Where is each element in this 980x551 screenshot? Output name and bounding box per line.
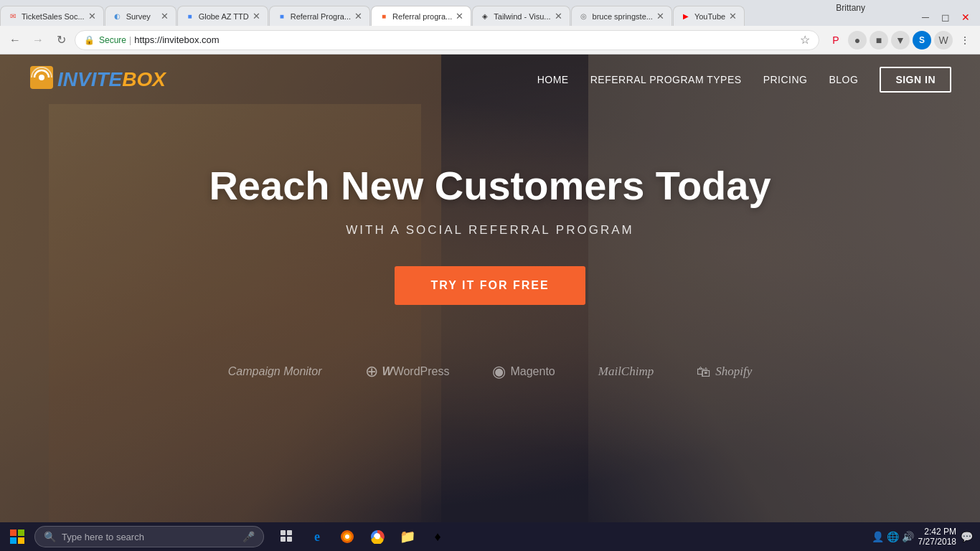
sign-in-button[interactable]: SIGN IN bbox=[880, 67, 951, 93]
shopify-icon: 🛍 bbox=[697, 364, 711, 380]
svg-point-1 bbox=[39, 75, 44, 80]
refresh-button[interactable]: ↻ bbox=[52, 31, 70, 50]
svg-rect-8 bbox=[281, 537, 286, 542]
forward-button[interactable]: → bbox=[29, 31, 47, 50]
tab-bar-tabs: ✉ TicketSales Soc... ✕ ◐ Survey ✕ ■ Glob… bbox=[0, 6, 917, 26]
edge-app[interactable]: e bbox=[303, 524, 331, 550]
tab-label-5: Referral progra... bbox=[392, 12, 452, 21]
tab-label-3: Globe AZ TTD bbox=[199, 12, 249, 21]
nav-home[interactable]: HOME bbox=[537, 74, 569, 85]
tab-favicon-2: ◐ bbox=[113, 11, 123, 22]
tab-4[interactable]: ■ Referral Progra... ✕ bbox=[269, 6, 370, 26]
ext-icon-1[interactable]: ● bbox=[848, 31, 867, 50]
tab-label-4: Referral Progra... bbox=[291, 12, 351, 21]
tab-close-6[interactable]: ✕ bbox=[551, 11, 562, 22]
logo[interactable]: INVITE BOX bbox=[29, 65, 166, 95]
app6[interactable]: ♦ bbox=[423, 524, 452, 550]
clock-date: 7/27/2018 bbox=[918, 537, 956, 547]
tab-6[interactable]: ◈ Tailwind - Visu... ✕ bbox=[472, 6, 570, 26]
tab-7[interactable]: ◎ bruce springste... ✕ bbox=[571, 6, 672, 26]
taskbar-clock[interactable]: 2:42 PM 7/27/2018 bbox=[918, 527, 956, 547]
cta-button[interactable]: TRY IT FOR FREE bbox=[395, 266, 585, 305]
edge-icon: e bbox=[314, 529, 320, 545]
secure-icon: 🔒 bbox=[84, 35, 95, 45]
magento-text: Magento bbox=[510, 365, 555, 378]
file-explorer-icon: 📁 bbox=[400, 529, 415, 545]
volume-icon[interactable]: 🔊 bbox=[902, 531, 914, 542]
tab-close-2[interactable]: ✕ bbox=[157, 11, 169, 22]
microphone-icon[interactable]: 🎤 bbox=[242, 531, 255, 542]
logo-invite-text: INVITE bbox=[57, 68, 122, 91]
tab-2[interactable]: ◐ Survey ✕ bbox=[105, 6, 176, 26]
hero-subtitle: WITH A SOCIAL REFERRAL PROGRAM bbox=[346, 223, 633, 237]
tab-8[interactable]: ▶ YouTube ✕ bbox=[673, 6, 745, 26]
bookmark-icon[interactable]: ☆ bbox=[800, 33, 810, 47]
nav-referral-types[interactable]: REFERRAL PROGRAM TYPES bbox=[590, 74, 742, 85]
logo-box-text: BOX bbox=[122, 68, 166, 91]
url-separator: | bbox=[129, 35, 131, 45]
hero-section: INVITE BOX HOME REFERRAL PROGRAM TYPES P… bbox=[0, 55, 980, 551]
clock-time: 2:42 PM bbox=[918, 527, 956, 537]
tab-label-6: Tailwind - Visu... bbox=[494, 12, 550, 21]
taskbar-search-box[interactable]: 🔍 Type here to search 🎤 bbox=[34, 526, 264, 547]
tab-3[interactable]: ■ Globe AZ TTD ✕ bbox=[177, 6, 268, 26]
maximize-button[interactable]: ◻ bbox=[937, 9, 954, 26]
pinterest-icon[interactable]: P bbox=[826, 31, 845, 50]
nav-links: HOME REFERRAL PROGRAM TYPES PRICING BLOG… bbox=[537, 67, 951, 93]
tab-5[interactable]: ■ Referral progra... ✕ bbox=[371, 6, 471, 26]
tab-bar: ✉ TicketSales Soc... ✕ ◐ Survey ✕ ■ Glob… bbox=[0, 0, 980, 26]
magento-icon: ◉ bbox=[492, 362, 506, 381]
svg-rect-2 bbox=[10, 529, 17, 536]
tab-favicon-5: ■ bbox=[379, 11, 389, 22]
navbar: INVITE BOX HOME REFERRAL PROGRAM TYPES P… bbox=[0, 55, 980, 105]
partner-magento: ◉ Magento bbox=[492, 362, 555, 381]
network-icon[interactable]: 🌐 bbox=[887, 531, 899, 542]
tab-bar-right: ─ ◻ ✕ bbox=[917, 9, 980, 26]
nav-blog[interactable]: BLOG bbox=[829, 74, 858, 85]
chrome-menu-icon[interactable]: ⋮ bbox=[956, 31, 974, 50]
hero-content: Reach New Customers Today WITH A SOCIAL … bbox=[0, 105, 980, 381]
profile-name[interactable]: Brittany bbox=[836, 3, 865, 13]
tab-close-3[interactable]: ✕ bbox=[249, 11, 260, 22]
svg-rect-6 bbox=[281, 530, 286, 535]
chrome-app[interactable] bbox=[363, 524, 392, 550]
tab-label-1: TicketSales Soc... bbox=[22, 12, 85, 21]
nav-pricing[interactable]: PRICING bbox=[763, 74, 808, 85]
wordpress-icon: ⊕ bbox=[365, 362, 378, 381]
file-explorer-app[interactable]: 📁 bbox=[393, 524, 422, 550]
firefox-app[interactable] bbox=[333, 524, 362, 550]
partner-shopify: 🛍 Shopify bbox=[697, 364, 752, 380]
taskview-button[interactable] bbox=[273, 524, 301, 550]
ext-icon-4[interactable]: S bbox=[913, 31, 931, 50]
hero-title: Reach New Customers Today bbox=[209, 162, 771, 209]
taskbar-apps: e 📁 ♦ bbox=[273, 524, 452, 550]
notification-icon[interactable]: 💬 bbox=[961, 531, 973, 542]
ext-icon-2[interactable]: ■ bbox=[870, 31, 888, 50]
browser-frame: ✉ TicketSales Soc... ✕ ◐ Survey ✕ ■ Glob… bbox=[0, 0, 980, 551]
tab-close-5[interactable]: ✕ bbox=[452, 11, 463, 22]
tab-close-8[interactable]: ✕ bbox=[725, 11, 737, 22]
page-content: INVITE BOX HOME REFERRAL PROGRAM TYPES P… bbox=[0, 55, 980, 551]
chrome-icon bbox=[370, 529, 385, 544]
tab-close-1[interactable]: ✕ bbox=[85, 11, 96, 22]
logo-icon bbox=[29, 65, 55, 95]
close-button[interactable]: ✕ bbox=[957, 9, 974, 26]
partner-logos: Campaign Monitor ⊕ WWordPress ◉ Magento … bbox=[228, 348, 752, 381]
taskbar-sys-icons: 👤 🌐 🔊 bbox=[872, 531, 914, 542]
ext-icon-5[interactable]: W bbox=[934, 31, 953, 50]
campaign-monitor-text: Campaign Monitor bbox=[228, 365, 322, 378]
tab-close-4[interactable]: ✕ bbox=[351, 11, 362, 22]
people-icon[interactable]: 👤 bbox=[872, 531, 884, 542]
tab-close-7[interactable]: ✕ bbox=[653, 11, 664, 22]
svg-rect-5 bbox=[18, 537, 24, 544]
ext-icon-3[interactable]: ▼ bbox=[891, 31, 910, 50]
tab-label-7: bruce springste... bbox=[593, 12, 653, 21]
mailchimp-text: MailChimp bbox=[598, 364, 654, 379]
firefox-icon bbox=[340, 529, 354, 544]
start-button[interactable] bbox=[3, 524, 32, 550]
minimize-button[interactable]: ─ bbox=[917, 9, 934, 26]
url-bar[interactable]: 🔒 Secure | https://invitebox.com ☆ bbox=[75, 30, 819, 50]
tab-favicon-3: ■ bbox=[185, 11, 195, 22]
tab-1[interactable]: ✉ TicketSales Soc... ✕ bbox=[0, 6, 104, 26]
back-button[interactable]: ← bbox=[6, 31, 24, 50]
